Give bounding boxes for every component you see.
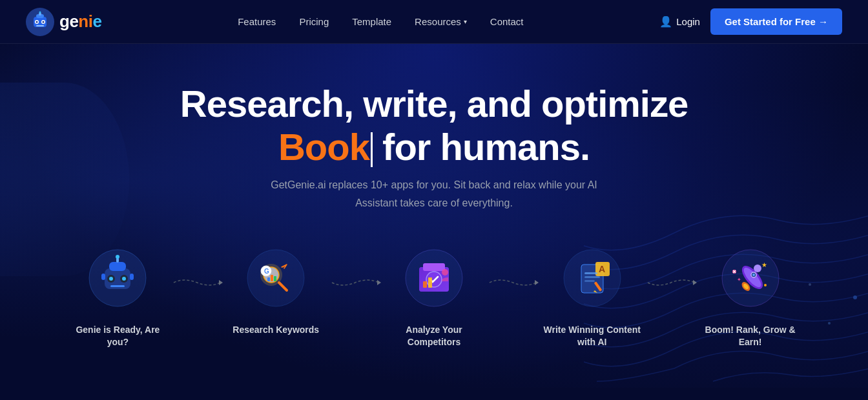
svg-rect-23 [101, 274, 105, 280]
workflow-step-analyze: Analyze Your Competitors [381, 243, 488, 349]
nav-item-pricing[interactable]: Pricing [299, 16, 329, 27]
svg-rect-7 [36, 25, 44, 26]
svg-rect-39 [423, 263, 445, 271]
svg-text:A: A [599, 264, 605, 274]
hero-title-line2: for humans. [382, 126, 590, 168]
svg-rect-32 [274, 276, 276, 281]
svg-point-9 [39, 11, 41, 13]
nav-item-template[interactable]: Template [352, 16, 391, 27]
step-label-genie-ready: Genie is Ready, Are you? [65, 324, 171, 349]
hero-title-highlight: Book [278, 126, 369, 168]
hero-title: Research, write, and optimize Book for h… [143, 83, 725, 168]
workflow-step-research: G Research Keywords [223, 243, 329, 337]
logo[interactable]: genie [26, 8, 101, 36]
arrow-1 [171, 275, 223, 293]
svg-text:★: ★ [761, 261, 767, 268]
arrow-4 [645, 275, 697, 293]
svg-rect-20 [110, 285, 125, 287]
svg-rect-42 [428, 277, 432, 288]
hero-subtitle: GetGenie.ai replaces 10+ apps for you. S… [260, 176, 608, 211]
svg-point-22 [116, 255, 119, 259]
svg-point-10 [853, 295, 857, 299]
text-cursor [371, 132, 373, 167]
step-icon-write: A [557, 243, 628, 314]
svg-rect-51 [584, 280, 595, 282]
svg-point-60 [752, 274, 755, 276]
hero-title-line1: Research, write, and optimize [180, 83, 688, 125]
logo-text: genie [59, 12, 101, 32]
step-label-analyze: Analyze Your Competitors [381, 324, 488, 349]
svg-rect-50 [584, 276, 600, 278]
workflow-step-boom: ★ ✦ Boom! Rank, Grow & Earn! [697, 243, 803, 349]
svg-rect-15 [109, 262, 126, 271]
nav-right: 👤 Login Get Started for Free → [659, 8, 842, 35]
hero-section: Research, write, and optimize Book for h… [0, 44, 868, 388]
nav-link-pricing[interactable]: Pricing [299, 16, 329, 27]
nav-item-resources[interactable]: Resources ▾ [415, 16, 467, 27]
svg-point-5 [36, 21, 38, 23]
step-icon-analyze [398, 243, 470, 314]
svg-point-64 [764, 284, 767, 286]
svg-text:✦: ✦ [737, 277, 741, 283]
svg-rect-30 [267, 277, 270, 281]
svg-rect-41 [423, 281, 427, 288]
workflow-step-write: A Write Winning Content with AI [539, 243, 645, 349]
svg-point-58 [754, 265, 761, 272]
arrow-3 [487, 275, 539, 293]
login-label: Login [676, 16, 700, 27]
chevron-down-icon: ▾ [464, 18, 467, 25]
cta-label: Get Started for Free → [725, 16, 828, 27]
nav-link-contact[interactable]: Contact [490, 16, 524, 27]
svg-text:G: G [264, 268, 269, 275]
step-label-boom: Boom! Rank, Grow & Earn! [697, 324, 803, 349]
nav-link-features[interactable]: Features [238, 16, 276, 27]
step-icon-rocket: ★ ✦ [715, 243, 786, 314]
step-icon-research: G [240, 243, 311, 314]
logo-icon [26, 8, 54, 36]
get-started-button[interactable]: Get Started for Free → [710, 8, 842, 35]
arrow-2 [329, 275, 381, 293]
workflow-container: Genie is Ready, Are you? [26, 243, 842, 375]
svg-rect-8 [39, 13, 41, 15]
workflow-step-genie-ready: Genie is Ready, Are you? [65, 243, 171, 349]
nav-links: Features Pricing Template Resources ▾ Co… [238, 16, 523, 27]
nav-item-contact[interactable]: Contact [490, 16, 524, 27]
svg-point-43 [442, 269, 448, 275]
svg-point-18 [109, 277, 113, 281]
step-icon-robot [82, 243, 153, 314]
svg-rect-49 [584, 272, 597, 274]
svg-point-19 [122, 277, 126, 281]
svg-rect-24 [130, 274, 134, 280]
login-button[interactable]: 👤 Login [659, 15, 700, 28]
step-label-write: Write Winning Content with AI [539, 324, 645, 349]
nav-item-features[interactable]: Features [238, 16, 276, 27]
svg-point-6 [43, 21, 45, 23]
navbar: genie Features Pricing Template Resource… [0, 0, 868, 44]
nav-link-resources[interactable]: Resources ▾ [415, 16, 467, 27]
svg-rect-31 [271, 275, 273, 281]
step-label-research: Research Keywords [232, 324, 319, 337]
nav-link-template[interactable]: Template [352, 16, 391, 27]
user-icon: 👤 [659, 15, 672, 28]
